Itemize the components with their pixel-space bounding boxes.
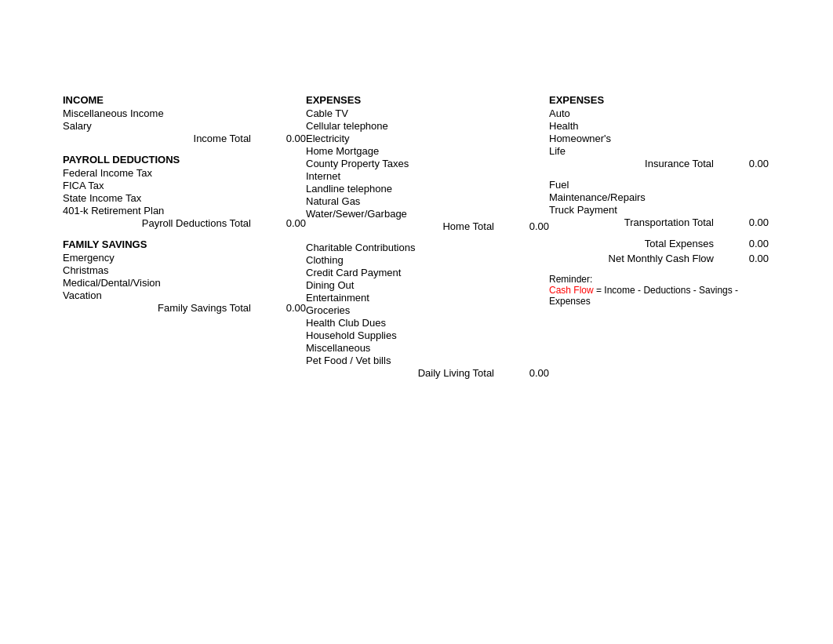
mortgage-label: Home Mortgage: [306, 145, 549, 157]
list-item: Water/Sewer/Garbage: [306, 208, 549, 220]
credit-card-label: Credit Card Payment: [306, 267, 549, 278]
home-total-label: Home Total: [442, 220, 494, 232]
list-item: Miscellaneous: [306, 342, 549, 354]
net-cash-flow-label: Net Monthly Cash Flow: [609, 253, 714, 264]
transport-total-value: 0.00: [729, 216, 769, 228]
insurance-total-label: Insurance Total: [645, 158, 714, 169]
list-item: State Income Tax: [63, 192, 306, 204]
home-total-line: Home Total 0.00: [306, 220, 549, 232]
daily-total-label: Daily Living Total: [418, 367, 494, 379]
list-item: Truck Payment: [549, 204, 769, 216]
list-item: Homeowner's: [549, 133, 769, 144]
list-item: Emergency: [63, 252, 306, 264]
cable-tv-label: Cable TV: [306, 107, 549, 119]
payroll-header: PAYROLL DEDUCTIONS: [63, 154, 306, 166]
retirement-label: 401-k Retirement Plan: [63, 205, 306, 216]
net-cash-flow-line: Net Monthly Cash Flow 0.00: [549, 253, 769, 264]
list-item: 401-k Retirement Plan: [63, 205, 306, 216]
income-misc-label: Miscellaneous Income: [63, 107, 306, 119]
payroll-total-line: Payroll Deductions Total 0.00: [63, 217, 306, 229]
list-item: Credit Card Payment: [306, 267, 549, 278]
life-insurance-label: Life: [549, 145, 769, 157]
list-item: Federal Income Tax: [63, 167, 306, 179]
payroll-section: PAYROLL DEDUCTIONS Federal Income Tax FI…: [63, 154, 306, 229]
list-item: Groceries: [306, 304, 549, 316]
list-item: Life: [549, 145, 769, 157]
list-item: Auto: [549, 107, 769, 119]
income-total-line: Income Total 0.00: [63, 133, 306, 144]
cash-flow-text: Cash Flow: [549, 285, 594, 296]
clothing-label: Clothing: [306, 254, 549, 266]
fuel-label: Fuel: [549, 179, 769, 191]
income-total-label: Income Total: [194, 133, 251, 144]
list-item: Clothing: [306, 254, 549, 266]
electricity-label: Electricity: [306, 133, 549, 144]
list-item: Charitable Contributions: [306, 242, 549, 253]
family-savings-total-line: Family Savings Total 0.00: [63, 302, 306, 314]
list-item: FICA Tax: [63, 180, 306, 191]
list-item: Electricity: [306, 133, 549, 144]
expenses-insurance-section: EXPENSES Auto Health Homeowner's Life In…: [549, 94, 769, 169]
daily-total-value: 0.00: [510, 367, 549, 379]
list-item: Cable TV: [306, 107, 549, 119]
miscellaneous-label: Miscellaneous: [306, 342, 549, 354]
landline-label: Landline telephone: [306, 183, 549, 195]
homeowners-label: Homeowner's: [549, 133, 769, 144]
expenses-insurance-header: EXPENSES: [549, 94, 769, 106]
list-item: Health Club Dues: [306, 317, 549, 329]
list-item: Health: [549, 120, 769, 132]
grand-totals-section: Total Expenses 0.00 Net Monthly Cash Flo…: [549, 238, 769, 264]
federal-tax-label: Federal Income Tax: [63, 167, 306, 179]
health-insurance-label: Health: [549, 120, 769, 132]
family-savings-section: FAMILY SAVINGS Emergency Christmas Medic…: [63, 238, 306, 314]
expenses-transport-section: Fuel Maintenance/Repairs Truck Payment T…: [549, 179, 769, 228]
list-item: Landline telephone: [306, 183, 549, 195]
expenses-daily-section: Charitable Contributions Clothing Credit…: [306, 242, 549, 379]
list-item: Internet: [306, 170, 549, 182]
expenses-home-section: EXPENSES Cable TV Cellular telephone Ele…: [306, 94, 549, 232]
pet-food-label: Pet Food / Vet bills: [306, 355, 549, 366]
cellular-label: Cellular telephone: [306, 120, 549, 132]
list-item: Salary: [63, 120, 306, 132]
reminder-section: Reminder: Cash Flow = Income - Deduction…: [549, 274, 769, 307]
list-item: Dining Out: [306, 279, 549, 291]
maintenance-label: Maintenance/Repairs: [549, 191, 769, 203]
list-item: Fuel: [549, 179, 769, 191]
family-savings-total-value: 0.00: [267, 302, 306, 314]
natural-gas-label: Natural Gas: [306, 195, 549, 207]
payroll-total-label: Payroll Deductions Total: [142, 217, 251, 229]
list-item: Christmas: [63, 264, 306, 276]
family-savings-header: FAMILY SAVINGS: [63, 238, 306, 250]
state-tax-label: State Income Tax: [63, 192, 306, 204]
auto-label: Auto: [549, 107, 769, 119]
groceries-label: Groceries: [306, 304, 549, 316]
income-section: INCOME Miscellaneous Income Salary Incom…: [63, 94, 306, 144]
internet-label: Internet: [306, 170, 549, 182]
total-expenses-value: 0.00: [729, 238, 769, 249]
list-item: Maintenance/Repairs: [549, 191, 769, 203]
list-item: Entertainment: [306, 292, 549, 304]
charitable-label: Charitable Contributions: [306, 242, 549, 253]
insurance-total-line: Insurance Total 0.00: [549, 158, 769, 169]
daily-total-line: Daily Living Total 0.00: [306, 367, 549, 379]
health-club-label: Health Club Dues: [306, 317, 549, 329]
household-supplies-label: Household Supplies: [306, 329, 549, 341]
payroll-total-value: 0.00: [267, 217, 306, 229]
vacation-label: Vacation: [63, 289, 306, 301]
medical-label: Medical/Dental/Vision: [63, 277, 306, 289]
transport-total-label: Transportation Total: [624, 216, 714, 228]
income-total-value: 0.00: [267, 133, 306, 144]
expenses-home-header: EXPENSES: [306, 94, 549, 106]
emergency-label: Emergency: [63, 252, 306, 264]
list-item: Natural Gas: [306, 195, 549, 207]
fica-tax-label: FICA Tax: [63, 180, 306, 191]
property-taxes-label: County Property Taxes: [306, 158, 549, 169]
net-cash-flow-value: 0.00: [729, 253, 769, 264]
list-item: Medical/Dental/Vision: [63, 277, 306, 289]
total-expenses-label: Total Expenses: [645, 238, 714, 249]
list-item: Cellular telephone: [306, 120, 549, 132]
list-item: Miscellaneous Income: [63, 107, 306, 119]
list-item: Home Mortgage: [306, 145, 549, 157]
list-item: Vacation: [63, 289, 306, 301]
home-total-value: 0.00: [510, 220, 549, 232]
